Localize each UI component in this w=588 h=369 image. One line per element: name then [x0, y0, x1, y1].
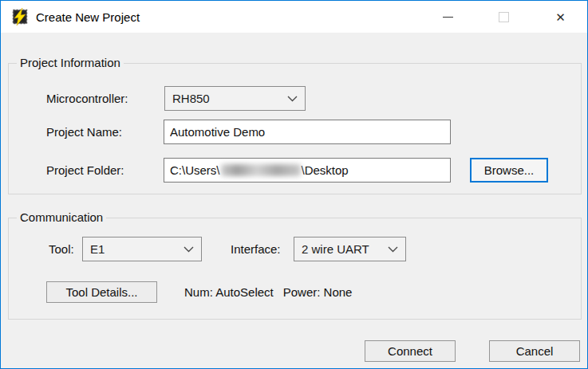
communication-group: Communication	[8, 218, 582, 320]
tool-value: E1	[90, 242, 105, 256]
title-bar[interactable]: Create New Project ✕	[1, 1, 587, 33]
tool-details-button[interactable]: Tool Details...	[46, 281, 157, 303]
interface-dropdown[interactable]: 2 wire UART	[294, 237, 406, 261]
microcontroller-label: Microcontroller:	[46, 86, 128, 111]
folder-path-suffix: \Desktop	[302, 163, 349, 177]
flash-programmer-app-icon	[11, 8, 29, 26]
connect-button[interactable]: Connect	[365, 340, 456, 362]
tool-label: Tool:	[49, 237, 74, 261]
project-folder-input[interactable]: C:\Users\\Desktop	[164, 158, 451, 183]
communication-group-label: Communication	[17, 210, 106, 224]
chevron-down-icon	[287, 96, 298, 102]
close-icon: ✕	[555, 11, 566, 23]
chevron-down-icon	[184, 246, 194, 253]
maximize-button-disabled	[486, 1, 522, 33]
status-num: Num: AutoSelect	[184, 285, 274, 299]
status-power: Power: None	[283, 285, 353, 299]
project-folder-label: Project Folder:	[46, 158, 124, 183]
close-button[interactable]: ✕	[543, 1, 578, 33]
chevron-down-icon	[388, 246, 398, 253]
interface-label: Interface:	[231, 237, 281, 261]
project-name-input[interactable]	[164, 120, 451, 144]
maximize-icon	[499, 12, 509, 22]
window-title: Create New Project	[36, 1, 140, 33]
browse-button[interactable]: Browse...	[470, 158, 548, 183]
folder-path-prefix: C:\Users\	[170, 163, 220, 177]
create-new-project-dialog: Create New Project ✕ Project Information…	[0, 0, 588, 369]
project-information-group-label: Project Information	[17, 56, 124, 69]
cancel-button[interactable]: Cancel	[489, 340, 580, 362]
interface-value: 2 wire UART	[302, 242, 369, 256]
microcontroller-value: RH850	[172, 92, 210, 105]
project-name-label: Project Name:	[46, 120, 122, 144]
minimize-icon	[443, 17, 453, 18]
tool-dropdown[interactable]: E1	[82, 237, 202, 261]
redacted-username	[221, 164, 301, 176]
microcontroller-dropdown[interactable]: RH850	[164, 86, 306, 111]
minimize-button[interactable]	[430, 1, 466, 33]
tool-status-line: Num: AutoSelect Power: None	[184, 281, 352, 303]
